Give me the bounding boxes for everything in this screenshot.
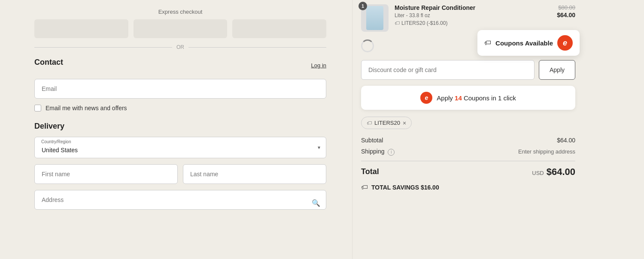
product-prices: $80.00 $64.00 bbox=[557, 4, 575, 18]
contact-section: Contact Log in Email me with news and of… bbox=[34, 58, 326, 111]
country-select-wrapper: Country/Region United States ▾ bbox=[34, 137, 326, 158]
contact-header: Contact Log in bbox=[34, 58, 326, 73]
apply-coupons-logo: e bbox=[420, 92, 432, 104]
savings-text: TOTAL SAVINGS $16.00 bbox=[371, 184, 439, 191]
express-btn-3[interactable] bbox=[232, 19, 326, 38]
email-newsletter-label: Email me with news and offers bbox=[46, 105, 127, 111]
shipping-label: Shipping i bbox=[361, 148, 395, 156]
original-price: $80.00 bbox=[557, 4, 575, 11]
coupons-available-text: Coupons Available bbox=[495, 39, 553, 47]
subtotal-label: Subtotal bbox=[361, 137, 383, 144]
shipping-row: Shipping i Enter shipping address bbox=[361, 148, 575, 156]
loading-spinner bbox=[361, 39, 374, 52]
subtotal-row: Subtotal $64.00 bbox=[361, 137, 575, 144]
shipping-info-icon[interactable]: i bbox=[388, 149, 395, 156]
subtotal-value: $64.00 bbox=[557, 137, 575, 144]
right-panel: 1 Moisture Repair Conditioner Liter - 33… bbox=[352, 0, 592, 259]
total-amount: $64.00 bbox=[547, 166, 575, 178]
express-checkout-section: Express checkout OR bbox=[34, 9, 326, 50]
last-name-field[interactable] bbox=[183, 164, 326, 184]
sale-price: $64.00 bbox=[557, 12, 575, 18]
shipping-value: Enter shipping address bbox=[518, 148, 575, 155]
popup-coupon-icon: 🏷 bbox=[484, 39, 491, 47]
apply-discount-button[interactable]: Apply bbox=[539, 60, 575, 80]
product-quantity-badge: 1 bbox=[358, 2, 367, 10]
express-buttons bbox=[34, 19, 326, 38]
delivery-title: Delivery bbox=[34, 122, 326, 131]
name-row bbox=[34, 164, 326, 184]
express-btn-1[interactable] bbox=[34, 19, 128, 38]
coupon-tag-remove[interactable]: × bbox=[403, 120, 406, 126]
first-name-field[interactable] bbox=[34, 164, 178, 184]
coupon-tag-icon: 🏷 bbox=[395, 20, 400, 26]
email-field[interactable] bbox=[34, 79, 326, 99]
coupon-tag-code: LITERS20 bbox=[374, 120, 400, 126]
product-variant: Liter - 33.8 fl oz bbox=[395, 12, 551, 18]
country-select[interactable]: United States bbox=[34, 137, 326, 158]
product-name: Moisture Repair Conditioner bbox=[395, 4, 551, 11]
discount-input[interactable] bbox=[361, 60, 535, 80]
product-coupon-row: 🏷 LITERS20 (-$16.00) bbox=[395, 20, 551, 26]
total-savings-row: 🏷 TOTAL SAVINGS $16.00 bbox=[361, 184, 575, 191]
total-currency: USD bbox=[532, 170, 544, 176]
apply-coupons-button[interactable]: e Apply 14 Coupons in 1 click bbox=[361, 86, 575, 110]
country-label: Country/Region bbox=[41, 139, 71, 144]
savings-tag-icon: 🏷 bbox=[361, 184, 368, 191]
coupon-tag-icon-applied: 🏷 bbox=[367, 120, 372, 126]
product-image-wrap: 1 bbox=[361, 4, 389, 32]
delivery-section: Delivery Country/Region United States ▾ … bbox=[34, 122, 326, 216]
total-row: Total USD $64.00 bbox=[361, 166, 575, 178]
address-field[interactable] bbox=[34, 190, 326, 210]
total-label: Total bbox=[361, 167, 379, 176]
or-divider: OR bbox=[34, 44, 326, 50]
address-wrapper: 🔍 bbox=[34, 190, 326, 216]
honey-logo: e bbox=[557, 35, 573, 51]
product-row: 1 Moisture Repair Conditioner Liter - 33… bbox=[361, 4, 575, 32]
divider bbox=[361, 161, 575, 161]
coupons-available-popup: 🏷 Coupons Available e bbox=[477, 30, 580, 56]
product-info: Moisture Repair Conditioner Liter - 33.8… bbox=[395, 4, 551, 26]
product-coupon-code: LITERS20 (-$16.00) bbox=[401, 20, 447, 26]
express-checkout-label: Express checkout bbox=[34, 9, 326, 15]
discount-row: Apply bbox=[361, 60, 575, 80]
email-newsletter-checkbox[interactable] bbox=[34, 105, 41, 111]
log-in-link[interactable]: Log in bbox=[311, 62, 326, 69]
apply-coupons-text: Apply 14 Coupons in 1 click bbox=[437, 94, 516, 102]
coupon-tag-row: 🏷 LITERS20 × bbox=[361, 117, 412, 129]
checkbox-row: Email me with news and offers bbox=[34, 105, 326, 111]
contact-title: Contact bbox=[34, 58, 63, 67]
total-value: USD $64.00 bbox=[532, 166, 575, 178]
left-panel: Express checkout OR Contact Log in Email… bbox=[0, 0, 352, 259]
express-btn-2[interactable] bbox=[134, 19, 228, 38]
